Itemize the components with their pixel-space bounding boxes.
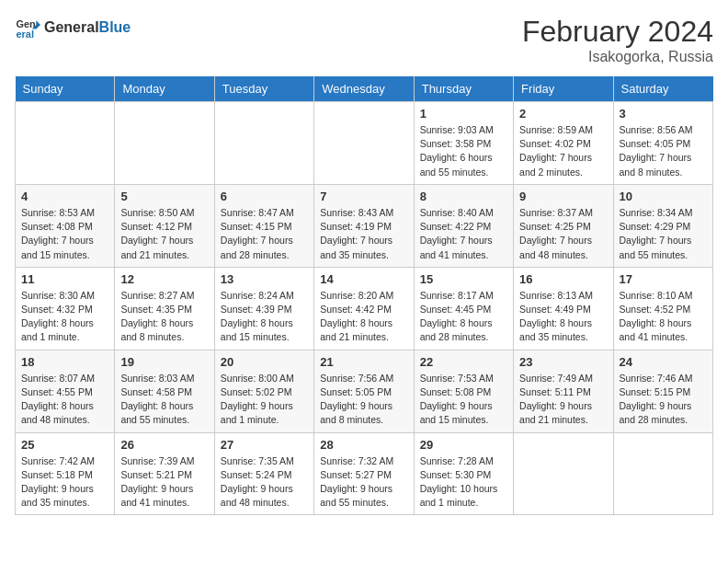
day-number: 22	[420, 355, 507, 369]
cell-content: Sunrise: 8:59 AMSunset: 4:02 PMDaylight:…	[519, 123, 607, 179]
calendar-cell: 16Sunrise: 8:13 AMSunset: 4:49 PMDayligh…	[514, 267, 613, 350]
day-number: 12	[120, 272, 208, 286]
cell-content: Sunrise: 8:53 AMSunset: 4:08 PMDaylight:…	[21, 206, 108, 262]
day-number: 6	[221, 190, 308, 203]
calendar-cell: 28Sunrise: 7:32 AMSunset: 5:27 PMDayligh…	[314, 432, 414, 515]
logo-text: GeneralBlue	[44, 19, 131, 36]
day-number: 8	[420, 190, 507, 203]
day-number: 1	[420, 107, 507, 121]
cell-content: Sunrise: 7:46 AMSunset: 5:15 PMDaylight:…	[620, 372, 707, 428]
col-header-friday: Friday	[514, 76, 613, 102]
cell-content: Sunrise: 8:03 AMSunset: 4:58 PMDaylight:…	[120, 372, 208, 428]
day-number: 27	[221, 438, 308, 452]
cell-content: Sunrise: 8:00 AMSunset: 5:02 PMDaylight:…	[221, 372, 308, 428]
calendar-week-1: 1Sunrise: 9:03 AMSunset: 3:58 PMDaylight…	[16, 102, 713, 185]
calendar-cell: 26Sunrise: 7:39 AMSunset: 5:21 PMDayligh…	[115, 432, 214, 515]
day-number: 4	[21, 190, 108, 203]
day-number: 5	[120, 190, 208, 203]
calendar-cell	[16, 102, 115, 185]
cell-content: Sunrise: 8:43 AMSunset: 4:19 PMDaylight:…	[320, 206, 407, 262]
cell-content: Sunrise: 7:35 AMSunset: 5:24 PMDaylight:…	[221, 454, 308, 511]
calendar-cell: 27Sunrise: 7:35 AMSunset: 5:24 PMDayligh…	[214, 432, 313, 515]
cell-content: Sunrise: 8:40 AMSunset: 4:22 PMDaylight:…	[420, 206, 507, 262]
calendar-cell: 23Sunrise: 7:49 AMSunset: 5:11 PMDayligh…	[514, 350, 613, 432]
day-number: 26	[120, 438, 208, 452]
calendar-cell: 15Sunrise: 8:17 AMSunset: 4:45 PMDayligh…	[414, 267, 513, 350]
calendar-cell: 19Sunrise: 8:03 AMSunset: 4:58 PMDayligh…	[115, 350, 214, 432]
calendar-cell: 9Sunrise: 8:37 AMSunset: 4:25 PMDaylight…	[514, 184, 613, 267]
calendar-cell: 5Sunrise: 8:50 AMSunset: 4:12 PMDaylight…	[115, 184, 214, 267]
day-number: 15	[420, 272, 507, 286]
calendar-cell: 14Sunrise: 8:20 AMSunset: 4:42 PMDayligh…	[314, 267, 414, 350]
calendar-cell	[613, 432, 712, 515]
cell-content: Sunrise: 7:56 AMSunset: 5:05 PMDaylight:…	[320, 372, 407, 428]
month-title: February 2024	[522, 15, 713, 49]
day-number: 18	[21, 355, 108, 369]
day-number: 20	[221, 355, 308, 369]
cell-content: Sunrise: 8:37 AMSunset: 4:25 PMDaylight:…	[519, 206, 607, 262]
page-header: Gen eral GeneralBlue February 2024 Isako…	[15, 15, 713, 65]
cell-content: Sunrise: 7:39 AMSunset: 5:21 PMDaylight:…	[120, 454, 208, 511]
cell-content: Sunrise: 8:56 AMSunset: 4:05 PMDaylight:…	[620, 123, 707, 179]
calendar-cell: 25Sunrise: 7:42 AMSunset: 5:18 PMDayligh…	[16, 432, 115, 515]
cell-content: Sunrise: 8:27 AMSunset: 4:35 PMDaylight:…	[120, 289, 208, 345]
calendar-cell: 29Sunrise: 7:28 AMSunset: 5:30 PMDayligh…	[414, 432, 513, 515]
calendar-cell	[214, 102, 313, 185]
day-number: 16	[519, 272, 607, 286]
day-number: 14	[320, 272, 407, 286]
calendar-cell: 13Sunrise: 8:24 AMSunset: 4:39 PMDayligh…	[214, 267, 313, 350]
calendar-cell: 22Sunrise: 7:53 AMSunset: 5:08 PMDayligh…	[414, 350, 513, 432]
cell-content: Sunrise: 8:34 AMSunset: 4:29 PMDaylight:…	[620, 206, 707, 262]
calendar-table: SundayMondayTuesdayWednesdayThursdayFrid…	[15, 76, 713, 515]
calendar-cell: 3Sunrise: 8:56 AMSunset: 4:05 PMDaylight…	[613, 102, 712, 185]
cell-content: Sunrise: 7:49 AMSunset: 5:11 PMDaylight:…	[519, 372, 607, 428]
calendar-cell: 24Sunrise: 7:46 AMSunset: 5:15 PMDayligh…	[613, 350, 712, 432]
calendar-cell: 20Sunrise: 8:00 AMSunset: 5:02 PMDayligh…	[214, 350, 313, 432]
col-header-wednesday: Wednesday	[314, 76, 414, 102]
col-header-sunday: Sunday	[16, 76, 115, 102]
cell-content: Sunrise: 7:42 AMSunset: 5:18 PMDaylight:…	[21, 454, 108, 511]
day-number: 24	[620, 355, 707, 369]
day-number: 2	[519, 107, 607, 121]
location-title: Isakogorka, Russia	[522, 49, 713, 65]
calendar-week-3: 11Sunrise: 8:30 AMSunset: 4:32 PMDayligh…	[16, 267, 713, 350]
logo: Gen eral GeneralBlue	[15, 15, 131, 40]
calendar-cell: 1Sunrise: 9:03 AMSunset: 3:58 PMDaylight…	[414, 102, 513, 185]
cell-content: Sunrise: 8:47 AMSunset: 4:15 PMDaylight:…	[221, 206, 308, 262]
cell-content: Sunrise: 7:28 AMSunset: 5:30 PMDaylight:…	[420, 454, 507, 511]
day-number: 29	[420, 438, 507, 452]
calendar-cell: 11Sunrise: 8:30 AMSunset: 4:32 PMDayligh…	[16, 267, 115, 350]
day-number: 9	[519, 190, 607, 203]
cell-content: Sunrise: 7:53 AMSunset: 5:08 PMDaylight:…	[420, 372, 507, 428]
calendar-cell: 17Sunrise: 8:10 AMSunset: 4:52 PMDayligh…	[613, 267, 712, 350]
calendar-cell	[314, 102, 414, 185]
cell-content: Sunrise: 8:07 AMSunset: 4:55 PMDaylight:…	[21, 372, 108, 428]
title-area: February 2024 Isakogorka, Russia	[522, 15, 713, 65]
cell-content: Sunrise: 7:32 AMSunset: 5:27 PMDaylight:…	[320, 454, 407, 511]
cell-content: Sunrise: 9:03 AMSunset: 3:58 PMDaylight:…	[420, 123, 507, 179]
calendar-cell: 4Sunrise: 8:53 AMSunset: 4:08 PMDaylight…	[16, 184, 115, 267]
day-number: 28	[320, 438, 407, 452]
day-number: 17	[620, 272, 707, 286]
calendar-header-row: SundayMondayTuesdayWednesdayThursdayFrid…	[16, 76, 713, 102]
day-number: 3	[620, 107, 707, 121]
calendar-cell: 18Sunrise: 8:07 AMSunset: 4:55 PMDayligh…	[16, 350, 115, 432]
col-header-monday: Monday	[115, 76, 214, 102]
svg-text:eral: eral	[17, 29, 34, 40]
calendar-week-5: 25Sunrise: 7:42 AMSunset: 5:18 PMDayligh…	[16, 432, 713, 515]
cell-content: Sunrise: 8:20 AMSunset: 4:42 PMDaylight:…	[320, 289, 407, 345]
calendar-cell: 6Sunrise: 8:47 AMSunset: 4:15 PMDaylight…	[214, 184, 313, 267]
calendar-cell: 8Sunrise: 8:40 AMSunset: 4:22 PMDaylight…	[414, 184, 513, 267]
calendar-cell: 12Sunrise: 8:27 AMSunset: 4:35 PMDayligh…	[115, 267, 214, 350]
calendar-week-4: 18Sunrise: 8:07 AMSunset: 4:55 PMDayligh…	[16, 350, 713, 432]
day-number: 10	[620, 190, 707, 203]
day-number: 7	[320, 190, 407, 203]
col-header-saturday: Saturday	[613, 76, 712, 102]
calendar-cell	[115, 102, 214, 185]
calendar-cell	[514, 432, 613, 515]
cell-content: Sunrise: 8:50 AMSunset: 4:12 PMDaylight:…	[120, 206, 208, 262]
day-number: 21	[320, 355, 407, 369]
cell-content: Sunrise: 8:10 AMSunset: 4:52 PMDaylight:…	[620, 289, 707, 345]
day-number: 25	[21, 438, 108, 452]
col-header-thursday: Thursday	[414, 76, 513, 102]
